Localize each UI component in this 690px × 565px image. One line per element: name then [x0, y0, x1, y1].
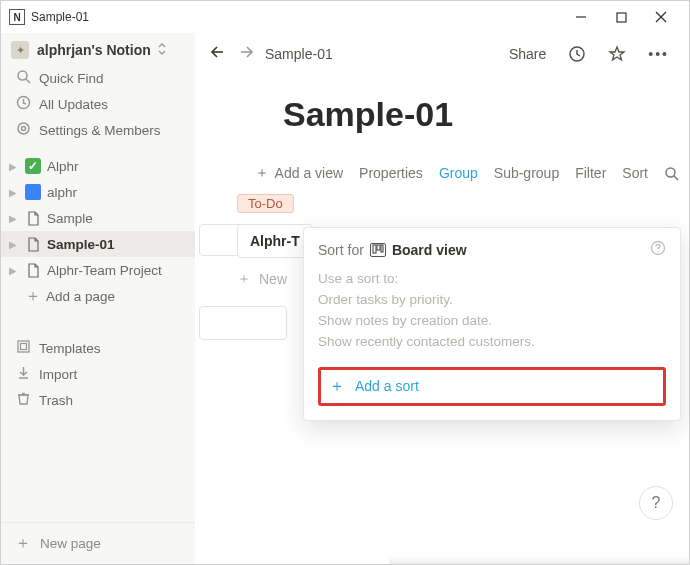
- share-button[interactable]: Share: [503, 42, 552, 66]
- plus-icon: ＋: [25, 286, 40, 307]
- sidebar-page-alphr-team[interactable]: ▶ Alphr-Team Project: [1, 257, 195, 283]
- page-emoji-icon: ✓: [25, 158, 41, 174]
- document-icon: [25, 262, 41, 278]
- sort-button[interactable]: Sort: [622, 165, 648, 181]
- sidebar-item-label: Alphr: [47, 159, 79, 174]
- database-toolbar: ＋ Add a view Properties Group Sub-group …: [195, 164, 689, 182]
- template-icon: [15, 339, 31, 357]
- window-title: Sample-01: [31, 10, 89, 24]
- templates-button[interactable]: Templates: [1, 335, 195, 361]
- favorite-star-icon[interactable]: [602, 41, 632, 67]
- breadcrumb[interactable]: Sample-01: [265, 46, 333, 62]
- sidebar-page-alphr[interactable]: ▶ ✓ Alphr: [1, 153, 195, 179]
- updates-icon[interactable]: [562, 41, 592, 67]
- new-page-label: New page: [40, 536, 101, 551]
- filter-button[interactable]: Filter: [575, 165, 606, 181]
- sort-popover: Sort for Board view Use a sort to: Order…: [303, 227, 681, 421]
- window-maximize-button[interactable]: [601, 3, 641, 31]
- sidebar-item-label: Sample: [47, 211, 93, 226]
- window-minimize-button[interactable]: [561, 3, 601, 31]
- page-title[interactable]: Sample-01: [283, 95, 689, 134]
- document-icon: [25, 210, 41, 226]
- sidebar-item-label: Sample-01: [47, 237, 115, 252]
- plus-icon: ＋: [237, 270, 251, 288]
- sidebar-item-label: Alphr-Team Project: [47, 263, 162, 278]
- svg-rect-9: [18, 341, 29, 352]
- svg-point-25: [657, 251, 658, 252]
- collapse-triangle-icon[interactable]: ▶: [9, 213, 19, 224]
- gear-icon: [15, 121, 31, 139]
- svg-rect-21: [373, 245, 376, 253]
- svg-point-4: [18, 71, 27, 80]
- notion-app-icon: N: [9, 9, 25, 25]
- new-page-button[interactable]: ＋ New page: [1, 523, 195, 564]
- svg-marker-18: [610, 47, 624, 60]
- board-card[interactable]: Alphr-T: [237, 224, 313, 258]
- search-icon[interactable]: [664, 166, 679, 181]
- clock-icon: [15, 95, 31, 113]
- workspace-name: alphrjan's Notion: [37, 42, 151, 58]
- svg-rect-22: [377, 245, 380, 250]
- sidebar-page-sample01[interactable]: ▶ Sample-01: [1, 231, 195, 257]
- status-tag-todo[interactable]: To-Do: [237, 194, 294, 213]
- quick-find-label: Quick Find: [39, 71, 104, 86]
- add-view-button[interactable]: ＋ Add a view: [255, 164, 343, 182]
- sort-for-label: Sort for: [318, 242, 364, 258]
- add-sort-label: Add a sort: [355, 378, 419, 394]
- svg-line-20: [674, 176, 678, 180]
- svg-rect-1: [617, 13, 626, 22]
- bottom-gradient: [389, 556, 689, 564]
- sort-view-name: Board view: [392, 242, 467, 258]
- help-icon[interactable]: [650, 240, 666, 259]
- sidebar-item-label: Add a page: [46, 289, 115, 304]
- workspace-switcher[interactable]: ✦ alphrjan's Notion: [1, 33, 195, 65]
- templates-label: Templates: [39, 341, 101, 356]
- sidebar-page-sample[interactable]: ▶ Sample: [1, 205, 195, 231]
- settings-label: Settings & Members: [39, 123, 161, 138]
- plus-icon: ＋: [15, 533, 30, 554]
- collapse-triangle-icon[interactable]: ▶: [9, 161, 19, 172]
- add-sort-button[interactable]: ＋ Add a sort: [318, 367, 666, 406]
- svg-point-7: [18, 123, 29, 134]
- download-icon: [15, 365, 31, 383]
- group-button[interactable]: Group: [439, 165, 478, 181]
- help-fab-button[interactable]: ?: [639, 486, 673, 520]
- collapse-triangle-icon[interactable]: ▶: [9, 239, 19, 250]
- import-button[interactable]: Import: [1, 361, 195, 387]
- svg-point-8: [21, 127, 25, 131]
- properties-button[interactable]: Properties: [359, 165, 423, 181]
- trash-icon: [15, 391, 31, 409]
- all-updates-button[interactable]: All Updates: [1, 91, 195, 117]
- plus-icon: ＋: [329, 376, 345, 397]
- all-updates-label: All Updates: [39, 97, 108, 112]
- window-close-button[interactable]: [641, 3, 681, 31]
- chevron-up-down-icon: [157, 42, 167, 59]
- nav-forward-button[interactable]: [237, 43, 255, 66]
- collapse-triangle-icon[interactable]: ▶: [9, 265, 19, 276]
- add-view-label: Add a view: [275, 165, 343, 181]
- quick-find-button[interactable]: Quick Find: [1, 65, 195, 91]
- svg-line-5: [26, 79, 30, 83]
- board-card-placeholder: [199, 306, 287, 340]
- trash-label: Trash: [39, 393, 73, 408]
- page-emoji-icon: [25, 184, 41, 200]
- svg-rect-10: [20, 344, 26, 350]
- trash-button[interactable]: Trash: [1, 387, 195, 413]
- nav-back-button[interactable]: [209, 43, 227, 66]
- sidebar-add-page[interactable]: ▶ ＋ Add a page: [1, 283, 195, 309]
- plus-icon: ＋: [255, 164, 269, 182]
- svg-rect-23: [381, 245, 383, 252]
- board-view-icon: [370, 243, 386, 257]
- board-new-label: New: [259, 271, 287, 287]
- workspace-icon: ✦: [11, 41, 29, 59]
- more-menu-icon[interactable]: •••: [642, 42, 675, 66]
- sidebar: ✦ alphrjan's Notion Quick Find All Updat…: [1, 33, 195, 564]
- svg-point-19: [666, 168, 675, 177]
- board-new-button[interactable]: ＋ New: [237, 270, 287, 288]
- collapse-triangle-icon[interactable]: ▶: [9, 187, 19, 198]
- sidebar-page-alphr2[interactable]: ▶ alphr: [1, 179, 195, 205]
- settings-members-button[interactable]: Settings & Members: [1, 117, 195, 143]
- import-label: Import: [39, 367, 77, 382]
- subgroup-button[interactable]: Sub-group: [494, 165, 559, 181]
- document-icon: [25, 236, 41, 252]
